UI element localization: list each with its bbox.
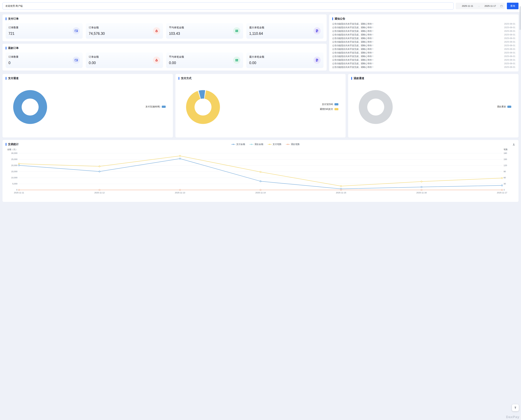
pie-legend-swatch bbox=[334, 103, 338, 105]
pay-method-title: 支付方式 bbox=[179, 76, 343, 80]
line-marker-icon bbox=[286, 143, 290, 145]
trend-legend-item[interactable]: 退款笔数 bbox=[286, 143, 300, 146]
scrollbar-thumb[interactable] bbox=[520, 6, 521, 30]
pie-legend-item[interactable]: 通用扫码支付 bbox=[320, 108, 338, 111]
pay-channel-card: 支付通道 支付宝(服务商) bbox=[2, 74, 173, 137]
stat-value: 0.00 bbox=[249, 61, 264, 65]
query-button[interactable]: 查询 bbox=[507, 3, 519, 9]
notice-item[interactable]: 公告功能现在尚未开发完成，请耐心等待！2025-06-01 bbox=[332, 29, 515, 33]
notice-item[interactable]: 公告功能现在尚未开发完成，请耐心等待！2025-06-01 bbox=[332, 26, 515, 29]
notice-item[interactable]: 公告功能现在尚未开发完成，请耐心等待！2025-06-01 bbox=[332, 51, 515, 54]
money-bag-icon bbox=[153, 27, 160, 35]
refund-channel-donut bbox=[359, 90, 393, 124]
pie-legend-item[interactable]: 支付宝(服务商) bbox=[145, 105, 165, 108]
notice-text: 公告功能现在尚未开发完成，请耐心等待！ bbox=[332, 29, 374, 33]
card-title-text: 交易统计 bbox=[8, 142, 19, 146]
notice-item[interactable]: 公告功能现在尚未开发完成，请耐心等待！2025-06-01 bbox=[332, 65, 515, 69]
notice-text: 公告功能现在尚未开发完成，请耐心等待！ bbox=[332, 22, 374, 26]
date-range-picker[interactable]: 2025-11-11 → 2025-11-17 bbox=[456, 3, 505, 9]
svg-text:60: 60 bbox=[504, 176, 506, 179]
stat-label: 订单数量 bbox=[8, 55, 18, 59]
notice-item[interactable]: 公告功能现在尚未开发完成，请耐心等待！2025-06-01 bbox=[332, 37, 515, 40]
notice-item[interactable]: 公告功能现在尚未开发完成，请耐心等待！2025-06-01 bbox=[332, 62, 515, 65]
refund-channel-title: 退款通道 bbox=[351, 76, 515, 80]
stat-value: 721 bbox=[8, 31, 18, 36]
pie-legend-item[interactable]: 支付宝扫码 bbox=[320, 103, 338, 106]
pie-legend-label: 支付宝(服务商) bbox=[145, 105, 160, 108]
trend-legend-item[interactable]: 退款金额 bbox=[249, 143, 263, 146]
stat-tile-order-count: 订单数量 0 bbox=[6, 52, 83, 68]
notice-text: 公告功能现在尚未开发完成，请耐心等待！ bbox=[332, 65, 374, 69]
pie-legend-label: 退款通道 bbox=[497, 105, 506, 108]
refund-orders-card: 退款订单 订单数量 0 订单金额 0.00 bbox=[2, 44, 327, 70]
notice-item[interactable]: 公告功能现在尚未开发完成，请耐心等待！2025-06-01 bbox=[332, 33, 515, 37]
trend-legend-item[interactable]: 支付笔数 bbox=[268, 143, 281, 146]
notice-date: 2025-06-01 bbox=[504, 51, 515, 54]
stat-value: 0.00 bbox=[89, 61, 99, 65]
download-icon[interactable] bbox=[512, 143, 515, 146]
order-count-icon bbox=[73, 57, 80, 64]
notice-date: 2025-06-01 bbox=[504, 37, 515, 40]
trend-legend-item[interactable]: 支付金额 bbox=[231, 143, 245, 146]
stat-label: 平均单笔金额 bbox=[169, 55, 184, 59]
title-accent bbox=[332, 17, 333, 20]
title-accent bbox=[6, 77, 7, 80]
svg-text:90: 90 bbox=[504, 170, 506, 173]
title-accent bbox=[351, 77, 352, 80]
notice-item[interactable]: 公告功能现在尚未开发完成，请耐心等待！2025-06-01 bbox=[332, 54, 515, 58]
notice-item[interactable]: 公告功能现在尚未开发完成，请耐心等待！2025-06-01 bbox=[332, 22, 515, 26]
svg-text:2025-11-17: 2025-11-17 bbox=[497, 192, 507, 194]
stat-tile-avg-amount: 平均单笔金额 103.43 bbox=[166, 23, 243, 39]
notice-date: 2025-06-01 bbox=[504, 47, 515, 51]
trend-chart: 005,0003010,0006015,0009020,00012025,000… bbox=[6, 148, 515, 195]
stat-value: 0.00 bbox=[169, 61, 184, 65]
date-range-arrow-icon: → bbox=[477, 5, 480, 7]
svg-text:金额（元）: 金额（元） bbox=[7, 148, 17, 150]
notice-date: 2025-06-01 bbox=[504, 44, 515, 47]
pay-method-donut bbox=[186, 90, 220, 124]
pay-method-card: 支付方式 支付宝扫码通用扫码支付 bbox=[175, 74, 346, 137]
stat-label: 最大单笔金额 bbox=[249, 26, 264, 29]
notice-item[interactable]: 公告功能现在尚未开发完成，请耐心等待！2025-06-01 bbox=[332, 58, 515, 62]
notice-text: 公告功能现在尚未开发完成，请耐心等待！ bbox=[332, 40, 374, 44]
svg-text:5,000: 5,000 bbox=[12, 183, 17, 185]
payment-orders-title: 支付订单 bbox=[6, 17, 324, 21]
notice-date: 2025-06-01 bbox=[504, 58, 515, 62]
notice-text: 公告功能现在尚未开发完成，请耐心等待！ bbox=[332, 33, 374, 37]
trend-legend-label: 退款笔数 bbox=[291, 143, 300, 146]
end-date-field[interactable]: 2025-11-17 bbox=[480, 5, 500, 7]
stat-value: 74,576.30 bbox=[89, 31, 105, 36]
payment-orders-card: 支付订单 订单数量 721 订单金额 74,576.30 bbox=[2, 15, 327, 41]
trend-legend-label: 支付金额 bbox=[236, 143, 245, 146]
percent-ticket-icon bbox=[233, 27, 240, 35]
line-marker-icon bbox=[268, 143, 272, 145]
svg-text:2025-11-16: 2025-11-16 bbox=[416, 192, 427, 194]
notice-text: 公告功能现在尚未开发完成，请耐心等待！ bbox=[332, 44, 374, 47]
card-title-text: 支付订单 bbox=[8, 17, 19, 21]
pie-legend-label: 通用扫码支付 bbox=[320, 108, 333, 111]
pie-legend-swatch bbox=[162, 106, 166, 108]
title-accent bbox=[179, 77, 179, 80]
svg-text:20,000: 20,000 bbox=[11, 164, 17, 167]
title-accent bbox=[6, 47, 7, 50]
pie-legend-item[interactable]: 退款通道 bbox=[497, 105, 511, 108]
trend-legend: 支付金额退款金额支付笔数退款笔数 bbox=[19, 143, 512, 146]
notice-item[interactable]: 公告功能现在尚未开发完成，请耐心等待！2025-06-01 bbox=[332, 47, 515, 51]
notice-text: 公告功能现在尚未开发完成，请耐心等待！ bbox=[332, 26, 374, 29]
trend-legend-label: 退款金额 bbox=[255, 143, 263, 146]
pie-legend-swatch bbox=[334, 108, 338, 110]
notice-item[interactable]: 公告功能现在尚未开发完成，请耐心等待！2025-06-01 bbox=[332, 44, 515, 47]
svg-text:0: 0 bbox=[504, 189, 505, 191]
title-accent bbox=[6, 143, 7, 146]
trend-chart-svg: 005,0003010,0006015,0009020,00012025,000… bbox=[6, 148, 515, 195]
start-date-field[interactable]: 2025-11-11 bbox=[458, 5, 477, 7]
notice-list: 公告功能现在尚未开发完成，请耐心等待！2025-06-01公告功能现在尚未开发完… bbox=[332, 22, 515, 69]
calendar-icon[interactable] bbox=[500, 5, 503, 7]
notice-text: 公告功能现在尚未开发完成，请耐心等待！ bbox=[332, 51, 374, 54]
notice-date: 2025-06-01 bbox=[504, 40, 515, 44]
stat-tile-avg-amount: 平均单笔金额 0.00 bbox=[166, 52, 243, 68]
stat-value: 1,110.64 bbox=[249, 31, 264, 36]
notice-item[interactable]: 公告功能现在尚未开发完成，请耐心等待！2025-06-01 bbox=[332, 40, 515, 44]
svg-text:120: 120 bbox=[504, 164, 507, 167]
trend-legend-label: 支付笔数 bbox=[273, 143, 281, 146]
